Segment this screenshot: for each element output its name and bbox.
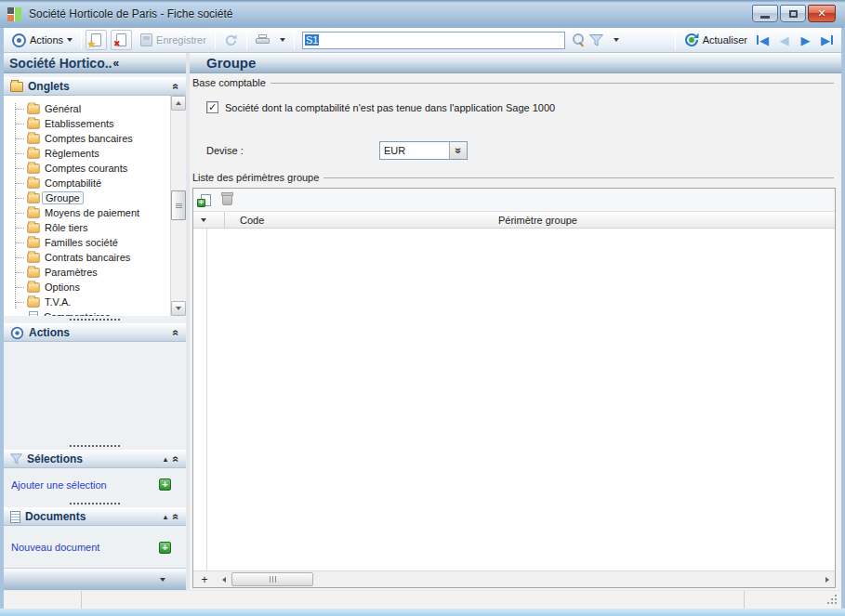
scroll-thumb[interactable]: [171, 190, 186, 220]
documents-panel-icon: [10, 511, 20, 523]
collapse-panel-icon[interactable]: «: [170, 456, 183, 463]
column-header-code[interactable]: Code: [225, 212, 496, 228]
tree-item-commentaires[interactable]: Commentaires: [4, 309, 170, 316]
documents-panel-header[interactable]: Documents ▴ «: [4, 507, 186, 526]
minimize-button[interactable]: [752, 5, 778, 22]
scroll-left-button[interactable]: [216, 571, 231, 587]
close-icon: ✕: [817, 7, 825, 20]
tree-item-contrats-bancaires[interactable]: Contrats bancaires: [4, 250, 170, 265]
tree-item-comptabilite[interactable]: Comptabilité: [4, 176, 170, 190]
folder-icon: [27, 297, 39, 307]
move-up-icon[interactable]: ▴: [164, 454, 168, 464]
folder-icon: [27, 178, 39, 188]
separator: [246, 31, 247, 49]
search-input[interactable]: S1: [302, 32, 565, 49]
add-selection-plus-button[interactable]: +: [159, 478, 171, 491]
column-header-perimetre-groupe[interactable]: Périmètre groupe: [496, 212, 835, 228]
print-button[interactable]: [251, 30, 290, 50]
separator: [81, 31, 82, 49]
scroll-down-button[interactable]: [171, 301, 186, 316]
previous-arrow-icon: ◀: [780, 33, 789, 47]
scroll-right-button[interactable]: [819, 571, 835, 587]
tree-item-parametres[interactable]: Paramètres: [4, 265, 170, 280]
tree-item-tva[interactable]: T.V.A.: [4, 295, 170, 309]
delete-row-icon-button[interactable]: [222, 194, 232, 205]
page-title-bar: Groupe: [190, 53, 841, 73]
actions-panel-title: Actions: [29, 326, 70, 339]
printer-icon: [256, 34, 271, 46]
tree-item-comptes-bancaires[interactable]: Comptes bancaires: [4, 131, 170, 146]
actions-menu-button[interactable]: Actions: [7, 30, 77, 50]
save-label: Enregistrer: [156, 34, 206, 46]
print-dropdown-icon[interactable]: [280, 38, 285, 42]
previous-record-button[interactable]: ◀: [773, 30, 795, 50]
devise-dropdown-button[interactable]: »: [449, 142, 467, 159]
collapse-panel-icon[interactable]: «: [170, 84, 183, 90]
selections-panel-body: Ajouter une sélection +: [4, 468, 186, 500]
resize-grip[interactable]: [835, 602, 837, 604]
maximize-button[interactable]: [780, 5, 806, 22]
refresh-button[interactable]: [219, 30, 243, 50]
separator: [675, 31, 676, 49]
tree-item-groupe[interactable]: Groupe: [4, 190, 170, 205]
arrow-up-icon: [176, 101, 181, 105]
first-arrow-icon: ◀: [759, 33, 769, 47]
sidebar-collapse-button[interactable]: «: [112, 57, 119, 70]
arrow-left-icon: [222, 577, 226, 583]
save-icon: [140, 33, 152, 46]
first-record-button[interactable]: ◀: [752, 30, 773, 50]
collapse-panel-icon[interactable]: «: [170, 330, 183, 336]
window-bottom-border: [0, 609, 845, 616]
save-button[interactable]: Enregistrer: [136, 30, 211, 50]
collapse-panel-icon[interactable]: «: [170, 514, 183, 520]
add-selection-link[interactable]: Ajouter une sélection: [11, 479, 107, 491]
tree-item-role-tiers[interactable]: Rôle tiers: [4, 220, 170, 235]
tree-item-moyens-de-paiement[interactable]: Moyens de paiement: [4, 205, 170, 220]
last-record-button[interactable]: ▶: [816, 30, 838, 50]
last-bar-icon: [831, 35, 833, 45]
filter-dropdown-icon[interactable]: [614, 38, 619, 42]
search-button[interactable]: [569, 30, 588, 50]
tree-item-general[interactable]: Général: [4, 101, 170, 116]
tree-item-etablissements[interactable]: Etablissements: [4, 116, 170, 131]
new-document-plus-button[interactable]: +: [159, 542, 171, 554]
app-icon[interactable]: [7, 7, 21, 21]
tree-item-familles-societe[interactable]: Familles société: [4, 235, 170, 250]
tree-item-options[interactable]: Options: [4, 280, 170, 295]
documents-panel-body: Nouveau document +: [4, 526, 186, 568]
grid-selector-column[interactable]: [193, 212, 225, 228]
new-document-link[interactable]: Nouveau document: [11, 542, 99, 553]
actualiser-button[interactable]: Actualiser: [680, 30, 752, 50]
tree-item-comptes-courants[interactable]: Comptes courants: [4, 161, 170, 176]
scroll-up-button[interactable]: [171, 96, 186, 111]
record-navigation: Actualiser ◀ ◀ ▶ ▶: [671, 30, 838, 50]
tree-item-reglements[interactable]: Règlements: [4, 146, 170, 161]
next-record-button[interactable]: ▶: [795, 30, 816, 50]
actions-panel-header[interactable]: Actions «: [4, 323, 186, 342]
selections-panel-header[interactable]: Sélections ▴ «: [4, 450, 186, 468]
perimetres-legend: Liste des périmètres groupe: [192, 171, 836, 184]
move-up-icon[interactable]: ▴: [164, 512, 168, 521]
add-row-button[interactable]: +: [193, 573, 216, 586]
filter-button[interactable]: [588, 30, 621, 50]
minimize-icon: [760, 16, 770, 19]
horizontal-scroll-track[interactable]: [231, 571, 819, 587]
window-title: Société Horticole de Paris - Fiche socié…: [29, 7, 232, 20]
panel-splitter[interactable]: [4, 500, 186, 507]
folder-icon: [27, 223, 39, 232]
tree-scrollbar[interactable]: [170, 96, 186, 316]
panel-splitter[interactable]: [4, 442, 186, 450]
devise-combobox[interactable]: EUR »: [379, 141, 468, 160]
horizontal-scroll-thumb[interactable]: [231, 572, 313, 586]
onglets-panel-header[interactable]: Onglets «: [4, 77, 186, 96]
close-button[interactable]: ✕: [808, 5, 836, 22]
scroll-track[interactable]: [171, 111, 186, 301]
delete-button[interactable]: ✖: [111, 30, 132, 50]
add-row-icon-button[interactable]: +: [201, 194, 211, 206]
last-arrow-icon: ▶: [821, 33, 830, 47]
new-button[interactable]: ★: [86, 30, 107, 50]
document-icon: [29, 311, 38, 316]
panel-splitter[interactable]: [4, 316, 186, 323]
sidebar-bottom-bar[interactable]: [4, 568, 186, 590]
comptabilite-checkbox[interactable]: ✓: [206, 101, 218, 113]
